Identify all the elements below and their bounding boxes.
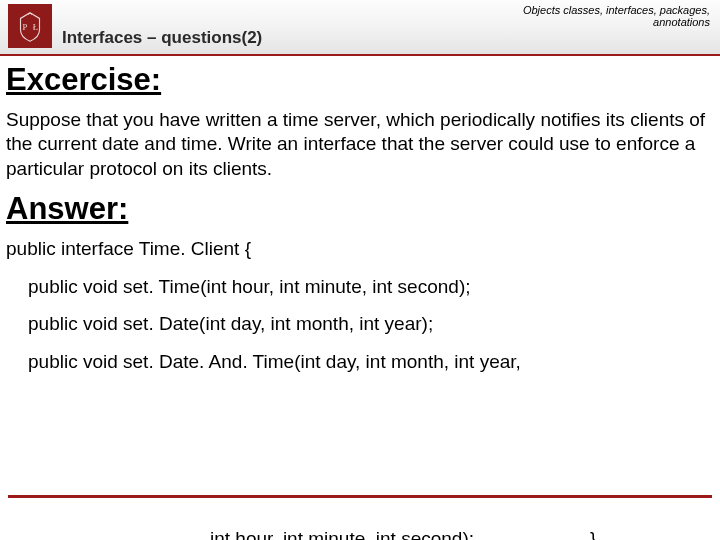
slide-body: Excercise: Suppose that you have written… (0, 56, 720, 374)
code-close-brace: } (590, 528, 596, 540)
svg-text:Ł: Ł (33, 22, 38, 32)
slide-subtitle: Interfaces – questions(2) (62, 28, 262, 48)
svg-text:P: P (22, 22, 27, 32)
slide: P Ł Objects classes, interfaces, package… (0, 0, 720, 540)
code-block: public interface Time. Client { public v… (6, 237, 710, 374)
exercise-heading: Excercise: (6, 62, 710, 98)
code-line: public void set. Date(int day, int month… (6, 312, 710, 336)
chapter-line1: Objects classes, interfaces, packages, (523, 4, 710, 16)
exercise-text: Suppose that you have written a time ser… (6, 108, 710, 181)
chapter-label: Objects classes, interfaces, packages, a… (523, 4, 710, 28)
footer-rule (8, 495, 712, 498)
university-logo: P Ł (8, 4, 52, 48)
code-line: public interface Time. Client { (6, 237, 710, 261)
slide-header: P Ł Objects classes, interfaces, package… (0, 0, 720, 56)
code-line: public void set. Date. And. Time(int day… (6, 350, 710, 374)
code-line: int hour, int minute, int second); (210, 528, 474, 540)
crest-icon: P Ł (11, 7, 49, 45)
answer-heading: Answer: (6, 191, 710, 227)
chapter-line2: annotations (653, 16, 710, 28)
code-line: public void set. Time(int hour, int minu… (6, 275, 710, 299)
